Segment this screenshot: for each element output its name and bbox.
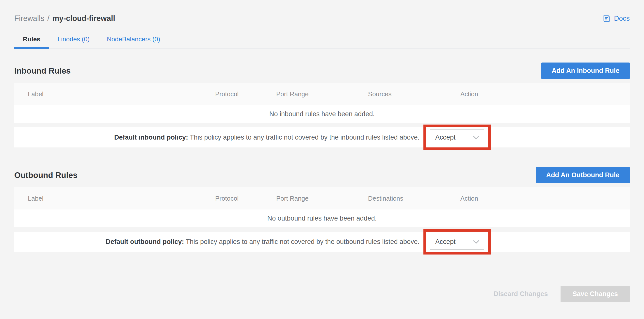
inbound-rules-table: Label Protocol Port Range Sources Action…	[14, 83, 630, 148]
outbound-policy-select[interactable]: Accept	[430, 234, 484, 250]
inbound-policy-text: Default inbound policy: This policy appl…	[114, 134, 420, 141]
inbound-column-protocol: Protocol	[215, 90, 238, 98]
inbound-policy-highlight-box: Accept	[424, 124, 491, 150]
docs-link[interactable]: Docs	[602, 14, 630, 23]
inbound-policy-label: Default inbound policy:	[114, 134, 188, 141]
breadcrumb-current-firewall: my-cloud-firewall	[52, 14, 115, 23]
outbound-policy-row: Default outbound policy: This policy app…	[14, 232, 630, 252]
docs-label: Docs	[614, 14, 630, 22]
outbound-policy-label: Default outbound policy:	[106, 238, 184, 246]
breadcrumb-firewalls-link[interactable]: Firewalls	[14, 14, 44, 23]
inbound-column-label: Label	[28, 90, 44, 98]
outbound-column-destinations: Destinations	[368, 195, 403, 202]
add-inbound-rule-button[interactable]: Add An Inbound Rule	[541, 62, 630, 79]
breadcrumb: Firewalls / my-cloud-firewall	[14, 14, 115, 23]
outbound-table-header: Label Protocol Port Range Destinations A…	[14, 187, 630, 210]
outbound-policy-selected-value: Accept	[435, 238, 456, 246]
chevron-down-icon	[473, 134, 480, 141]
footer-actions: Discard Changes Save Changes	[14, 286, 630, 302]
outbound-empty-message: No outbound rules have been added.	[267, 215, 377, 222]
save-changes-button[interactable]: Save Changes	[560, 286, 630, 302]
tab-rules[interactable]: Rules	[14, 32, 49, 48]
inbound-empty-message: No inbound rules have been added.	[269, 110, 375, 118]
inbound-policy-row: Default inbound policy: This policy appl…	[14, 127, 630, 148]
top-bar: Firewalls / my-cloud-firewall Docs	[14, 12, 630, 24]
outbound-rules-table: Label Protocol Port Range Destinations A…	[14, 187, 630, 252]
outbound-column-protocol: Protocol	[215, 195, 238, 202]
outbound-column-label: Label	[28, 195, 44, 202]
breadcrumb-separator: /	[47, 14, 50, 23]
outbound-policy-highlight-box: Accept	[424, 229, 491, 254]
docs-icon	[602, 14, 611, 23]
inbound-policy-description: This policy applies to any traffic not c…	[190, 134, 420, 141]
outbound-section-header: Outbound Rules Add An Outbound Rule	[14, 167, 630, 184]
outbound-rules-title: Outbound Rules	[14, 170, 78, 180]
inbound-column-port-range: Port Range	[276, 90, 309, 98]
inbound-policy-select[interactable]: Accept	[430, 130, 484, 145]
outbound-empty-row: No outbound rules have been added.	[14, 210, 630, 227]
inbound-section-header: Inbound Rules Add An Inbound Rule	[14, 62, 630, 79]
tab-bar: Rules Linodes (0) NodeBalancers (0)	[14, 32, 630, 49]
inbound-rules-title: Inbound Rules	[14, 66, 71, 76]
chevron-down-icon	[473, 238, 480, 246]
outbound-policy-description: This policy applies to any traffic not c…	[186, 238, 420, 246]
inbound-policy-selected-value: Accept	[435, 134, 456, 141]
outbound-column-port-range: Port Range	[276, 195, 309, 202]
inbound-row-gap	[14, 123, 630, 127]
outbound-policy-text: Default outbound policy: This policy app…	[106, 238, 420, 246]
inbound-column-action: Action	[460, 90, 478, 98]
discard-changes-button[interactable]: Discard Changes	[494, 290, 548, 298]
tab-nodebalancers[interactable]: NodeBalancers (0)	[98, 32, 169, 48]
inbound-empty-row: No inbound rules have been added.	[14, 105, 630, 123]
outbound-row-gap	[14, 227, 630, 232]
add-outbound-rule-button[interactable]: Add An Outbound Rule	[536, 167, 630, 184]
firewall-detail-page: Firewalls / my-cloud-firewall Docs Rules…	[0, 12, 644, 302]
inbound-column-sources: Sources	[368, 90, 392, 98]
tab-linodes[interactable]: Linodes (0)	[49, 32, 98, 48]
outbound-column-action: Action	[460, 195, 478, 202]
inbound-table-header: Label Protocol Port Range Sources Action	[14, 83, 630, 105]
